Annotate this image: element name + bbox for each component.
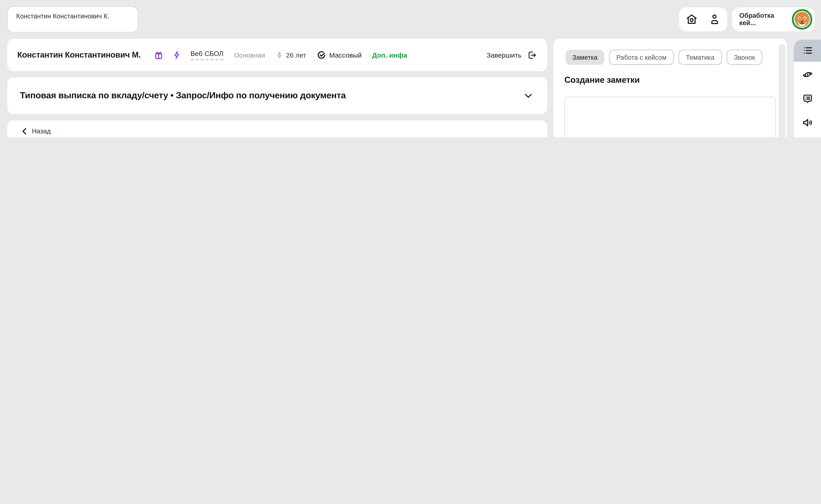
segment-label: Основная bbox=[234, 51, 265, 59]
toolbar-list-button[interactable] bbox=[794, 42, 821, 59]
workspace-pill[interactable]: Обработка кей... bbox=[732, 7, 815, 31]
tab-call[interactable]: Звонок bbox=[727, 50, 762, 65]
finish-label: Завершить bbox=[486, 51, 521, 59]
case-collapse-bar[interactable]: Типовая выписка по вкладу/счету • Запрос… bbox=[7, 77, 547, 114]
category-label: Массовый bbox=[329, 51, 362, 59]
workspace-label: Обработка кей... bbox=[739, 12, 792, 27]
assistant-avatar[interactable] bbox=[792, 9, 813, 30]
toolbar-candy-button[interactable] bbox=[794, 66, 821, 83]
bolt-icon-button[interactable] bbox=[172, 50, 181, 60]
toolbar-announce-button[interactable] bbox=[794, 114, 821, 131]
list-icon bbox=[801, 44, 813, 56]
gift-icon bbox=[153, 50, 164, 60]
lightning-icon bbox=[172, 50, 181, 60]
note-panel: Заметка Работа с кейсом Тематика Звонок … bbox=[553, 39, 787, 137]
user-icon bbox=[708, 13, 721, 26]
segment-check-icon bbox=[317, 50, 326, 60]
back-button[interactable]: Назад bbox=[21, 128, 51, 135]
client-header: Константин Константинович М. Веб СБОЛ Ос… bbox=[7, 39, 547, 71]
speaker-icon bbox=[801, 116, 813, 128]
note-textarea[interactable] bbox=[564, 97, 776, 137]
note-heading: Создание заметки bbox=[564, 75, 640, 85]
toolbar-comment-button[interactable] bbox=[794, 90, 821, 107]
case-title: Типовая выписка по вкладу/счету • Запрос… bbox=[20, 91, 346, 101]
tab-topic[interactable]: Тематика bbox=[679, 50, 722, 65]
finish-session-button[interactable]: Завершить bbox=[486, 50, 537, 60]
right-toolbar bbox=[794, 40, 821, 137]
age-label: 26 лет bbox=[286, 51, 306, 59]
profile-button[interactable] bbox=[708, 13, 721, 26]
comment-list-icon bbox=[801, 92, 813, 104]
chevron-down-icon[interactable] bbox=[523, 91, 534, 101]
note-panel-tabs: Заметка Работа с кейсом Тематика Звонок bbox=[565, 50, 762, 65]
gift-icon-button[interactable] bbox=[153, 50, 164, 60]
tab-note[interactable]: Заметка bbox=[565, 50, 604, 65]
channel-link[interactable]: Веб СБОЛ bbox=[190, 50, 224, 60]
home-icon bbox=[685, 13, 698, 26]
candy-icon bbox=[801, 68, 813, 80]
chevron-left-icon bbox=[21, 128, 27, 135]
panel-scrollbar[interactable] bbox=[779, 44, 785, 137]
age-person-icon bbox=[276, 50, 284, 60]
client-session-label: Константин Константинович К. bbox=[16, 13, 109, 20]
back-label: Назад bbox=[32, 128, 51, 135]
home-button[interactable] bbox=[685, 13, 698, 26]
client-name: Константин Константинович М. bbox=[17, 50, 141, 60]
arrests-section: Назад Аресты и взыскания Клиент должник … bbox=[7, 120, 547, 137]
client-session-tab[interactable]: Константин Константинович К. bbox=[7, 6, 138, 32]
nav-pill bbox=[679, 7, 727, 31]
extra-info-link[interactable]: Доп. инфа bbox=[372, 51, 407, 59]
app-root: Константин Константинович К. Обработка к… bbox=[0, 0, 821, 137]
logout-icon bbox=[527, 50, 537, 60]
tab-case-work[interactable]: Работа с кейсом bbox=[609, 50, 674, 65]
